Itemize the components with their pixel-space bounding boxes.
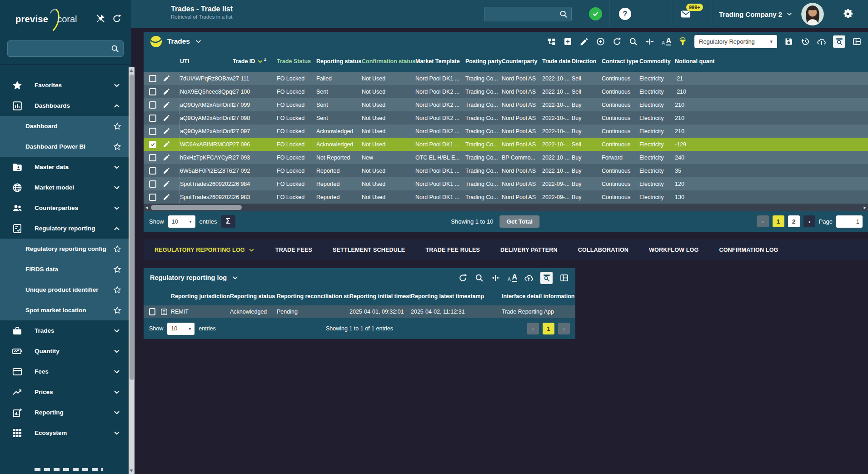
column-header-direction[interactable]: Direction xyxy=(572,58,602,65)
avatar[interactable] xyxy=(801,3,824,25)
font-size-icon[interactable]: AA xyxy=(661,37,671,45)
table-row[interactable]: WC6AxABIMRMC0P2... 27 096 FO Locked Ackn… xyxy=(144,138,868,151)
tab-workflow-log[interactable]: WORKFLOW LOG xyxy=(649,247,698,253)
settings-gear-icon[interactable] xyxy=(842,8,854,20)
column-header-market-template[interactable]: Market Template xyxy=(415,58,465,65)
sidebar-item-unique-product-identifier[interactable]: Unique product identifier xyxy=(0,279,131,300)
table-row[interactable]: 6W5aBF0Pi2EtZ8T6z... 27 092 FO Locked Re… xyxy=(144,164,868,177)
sidebar-item-master-data[interactable]: Master data xyxy=(0,157,131,177)
edit-row-icon[interactable] xyxy=(163,154,170,161)
row-checkbox[interactable] xyxy=(149,115,156,122)
column-header-interface-detail-information[interactable]: Interface detail information xyxy=(502,293,575,299)
edit-row-icon[interactable] xyxy=(163,101,170,109)
refresh-icon[interactable] xyxy=(612,37,622,46)
column-header-notional-quant[interactable]: Notional quant xyxy=(675,58,868,65)
get-total-button[interactable]: Get Total xyxy=(499,215,539,228)
sidebar-item-fees[interactable]: Fees xyxy=(0,361,131,382)
sidebar-item-prices[interactable]: Prices xyxy=(0,382,131,402)
view-selector-dropdown[interactable]: Regulatory Reporting ▾ xyxy=(694,35,777,48)
column-header-reporting-latest-timestamp[interactable]: Reporting latest timestamp xyxy=(411,293,502,299)
sidebar-item-trades[interactable]: Trades xyxy=(0,320,131,341)
row-checkbox[interactable] xyxy=(149,194,156,201)
next-page-button[interactable]: › xyxy=(558,323,570,334)
sum-button[interactable]: Σ xyxy=(221,215,235,228)
cloud-upload-icon[interactable] xyxy=(817,37,826,46)
column-header-commodity[interactable]: Commodity xyxy=(639,58,675,65)
column-header-reporting-jurisdiction[interactable]: Reporting jurisdiction xyxy=(171,293,230,299)
table-row[interactable]: SpotTrades26092022... 26 983 FO Locked R… xyxy=(144,190,868,204)
page-button-2[interactable]: 2 xyxy=(788,215,800,227)
row-checkbox[interactable] xyxy=(149,75,156,82)
row-detail-icon[interactable] xyxy=(160,308,168,316)
edit-row-icon[interactable] xyxy=(163,114,170,122)
row-checkbox[interactable] xyxy=(149,88,156,95)
scroll-right-arrow-icon[interactable]: ▸ xyxy=(863,204,866,211)
add-circle-icon[interactable] xyxy=(596,37,605,46)
edit-icon[interactable] xyxy=(579,37,589,46)
column-header-counterparty[interactable]: Counterparty xyxy=(502,58,542,65)
horizontal-scrollbar[interactable]: ◂ ▸ xyxy=(144,204,868,211)
next-page-button[interactable]: › xyxy=(803,215,815,227)
table-row[interactable]: NoX9EQ5heee8QpqO... 27 100 FO Locked Sen… xyxy=(144,85,868,98)
table-row[interactable]: aQ9OyAM2xAbrlOnfl4... 27 098 FO Locked S… xyxy=(144,111,868,125)
row-checkbox[interactable] xyxy=(149,128,156,135)
page-size-dropdown[interactable]: 10 ▾ xyxy=(167,323,195,335)
table-layout-icon[interactable] xyxy=(559,273,569,283)
favorite-star-icon[interactable] xyxy=(113,244,122,254)
tab-collaboration[interactable]: COLLABORATION xyxy=(578,247,629,253)
hierarchy-view-icon[interactable] xyxy=(547,37,556,46)
sidebar-item-counterparties[interactable]: Counterparties xyxy=(0,198,131,218)
fit-columns-icon[interactable] xyxy=(491,273,500,283)
sidebar-item-spot-market-location[interactable]: Spot market location xyxy=(0,300,131,320)
chevron-down-icon[interactable] xyxy=(195,38,202,45)
sidebar-item-firds-data[interactable]: FIRDS data xyxy=(0,259,131,279)
fit-columns-icon[interactable] xyxy=(645,37,654,46)
help-button[interactable]: ? xyxy=(619,8,631,20)
global-search-input[interactable] xyxy=(484,11,559,18)
table-row[interactable]: aQ9OyAM2xAbrlOnfl4... 27 099 FO Locked S… xyxy=(144,98,868,111)
column-header-contract-type[interactable]: Contract type xyxy=(602,58,639,65)
sidebar-item-dashboards[interactable]: Dashboards xyxy=(0,95,131,116)
prev-page-button[interactable]: ‹ xyxy=(757,215,769,227)
column-header-trade-id[interactable]: Trade ID 1 xyxy=(233,58,277,65)
column-header-uti[interactable]: UTI xyxy=(180,58,233,65)
sidebar-item-partial[interactable] xyxy=(35,468,103,471)
edit-row-icon[interactable] xyxy=(163,167,170,175)
page-button-1[interactable]: 1 xyxy=(773,215,784,227)
font-size-icon[interactable]: AA xyxy=(507,274,517,282)
row-checkbox[interactable] xyxy=(149,141,156,148)
edit-row-icon[interactable] xyxy=(163,193,170,201)
save-icon[interactable] xyxy=(784,37,793,46)
company-selector[interactable]: Trading Company 2 xyxy=(719,0,793,28)
column-header-trade-date[interactable]: Trade date xyxy=(542,58,572,65)
search-icon[interactable] xyxy=(474,273,484,283)
edit-row-icon[interactable] xyxy=(163,140,170,148)
row-checkbox[interactable] xyxy=(149,154,156,161)
table-row[interactable]: h5xHzTpKFCAYCyRM... 27 093 FO Locked Not… xyxy=(144,151,868,164)
sidebar-refresh-icon[interactable] xyxy=(112,14,122,24)
row-checkbox[interactable] xyxy=(149,101,156,109)
hscrollbar-handle[interactable] xyxy=(151,205,242,210)
row-checkbox[interactable] xyxy=(149,167,156,175)
column-header-reporting-status[interactable]: Reporting status xyxy=(316,58,362,65)
favorite-star-icon[interactable] xyxy=(113,285,122,294)
page-number-input[interactable] xyxy=(836,215,863,228)
tab-regulatory-reporting-log[interactable]: REGULATORY REPORTING LOG xyxy=(155,247,255,254)
tab-trade-fee-rules[interactable]: TRADE FEE RULES xyxy=(425,247,480,253)
add-icon[interactable] xyxy=(563,37,573,46)
sidebar-item-market-model[interactable]: Market model xyxy=(0,177,131,198)
sidebar-item-regulatory-reporting[interactable]: Regulatory reporting xyxy=(0,218,131,239)
sidebar-item-quantity[interactable]: Quantity xyxy=(0,341,131,361)
tab-confirmation-log[interactable]: CONFIRMATION LOG xyxy=(719,247,778,253)
column-header-trade-status[interactable]: Trade Status xyxy=(277,58,316,65)
edit-row-icon[interactable] xyxy=(163,88,170,95)
sidebar-item-favorites[interactable]: Favorites xyxy=(0,75,131,95)
sidebar-item-reporting[interactable]: Reporting xyxy=(0,402,131,423)
cloud-upload-icon[interactable] xyxy=(524,273,534,283)
column-header-reporting-status[interactable]: Reporting status xyxy=(230,293,277,299)
notifications-button[interactable]: 999+ xyxy=(679,9,694,20)
pin-off-icon[interactable] xyxy=(95,14,105,24)
scroll-down-arrow-icon[interactable] xyxy=(130,469,133,472)
search-icon[interactable] xyxy=(629,37,638,46)
table-row[interactable]: SpotTrades26092022... 26 984 FO Locked R… xyxy=(144,177,868,190)
